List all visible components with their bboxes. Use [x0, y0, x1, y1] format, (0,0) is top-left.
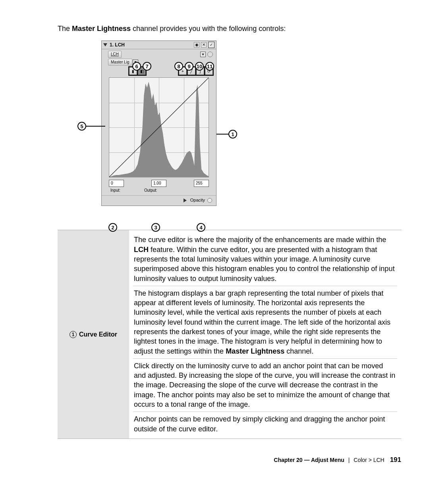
opacity-handle-icon[interactable]	[207, 198, 212, 203]
row-label: 1 Curve Editor	[58, 230, 129, 439]
p2c: channel.	[284, 347, 313, 355]
intro-prefix: The	[58, 25, 72, 33]
description-table: 1 Curve Editor The curve editor is where…	[58, 230, 401, 439]
p4: Anchor points can be removed by simply c…	[133, 412, 397, 436]
dropdown-arrow-icon[interactable]	[200, 52, 206, 57]
opacity-row: Opacity	[102, 195, 216, 206]
footer-page: 191	[390, 456, 401, 464]
close-icon[interactable]: ✕	[201, 42, 207, 48]
output-label: Output:	[144, 188, 157, 193]
panel-title: 1. LCH	[110, 42, 125, 48]
p1c: feature. Within the curve editor, you ar…	[134, 246, 394, 283]
opacity-label: Opacity	[190, 197, 205, 203]
input-label: Input:	[110, 188, 120, 193]
io-row: Input: Output:	[102, 188, 216, 196]
lch-button[interactable]: LCH	[108, 51, 122, 58]
p1: The curve editor is where the majority o…	[133, 233, 397, 286]
footer-sep: |	[348, 457, 350, 463]
footer-chapter: Chapter 20 — Adjust Menu	[274, 457, 344, 463]
p1b: LCH	[134, 246, 149, 254]
row-label-text: Curve Editor	[79, 330, 117, 339]
p2a: The histogram displays a bar graph repre…	[134, 289, 390, 355]
white-point-input[interactable]: 255	[194, 180, 209, 187]
eye-icon[interactable]: ◉	[194, 42, 199, 48]
curve-editor[interactable]	[109, 77, 209, 177]
lch-panel-figure: 1. LCH ◉ ✕ ✓ LCH Master Lig ▮ ◧ + ╱ ∫ ⟳	[77, 40, 228, 206]
p3: Click directly on the luminosity curve t…	[133, 359, 397, 412]
intro-bold: Master Lightness	[72, 25, 131, 33]
callout-5: 5	[77, 122, 86, 131]
page-footer: Chapter 20 — Adjust Menu | Color > LCH 1…	[58, 456, 401, 465]
intro-text: The Master Lightness channel provides yo…	[58, 24, 401, 33]
channel-select[interactable]: Master Lig	[108, 59, 132, 66]
gamma-input[interactable]: 1.00	[151, 180, 166, 187]
panel-titlebar: 1. LCH ◉ ✕ ✓	[102, 41, 216, 49]
p2: The histogram displays a bar graph repre…	[133, 286, 397, 359]
callout-1: 1	[228, 130, 237, 139]
apply-icon[interactable]: ✓	[208, 42, 214, 48]
p1a: The curve editor is where the majority o…	[134, 236, 386, 244]
footer-breadcrumb: Color > LCH	[354, 457, 384, 463]
value-row: 0 1.00 255	[102, 178, 216, 188]
lch-subrow: LCH	[102, 49, 216, 59]
row-label-num: 1	[70, 331, 77, 338]
row-body: The curve editor is where the majority o…	[129, 230, 401, 439]
expand-opacity-icon[interactable]	[184, 198, 187, 202]
p2b: Master Lightness	[226, 347, 284, 355]
reset-icon[interactable]	[207, 52, 213, 57]
intro-suffix: channel provides you with the following …	[131, 25, 286, 33]
collapse-icon[interactable]	[103, 43, 107, 46]
black-point-input[interactable]: 0	[109, 180, 124, 187]
